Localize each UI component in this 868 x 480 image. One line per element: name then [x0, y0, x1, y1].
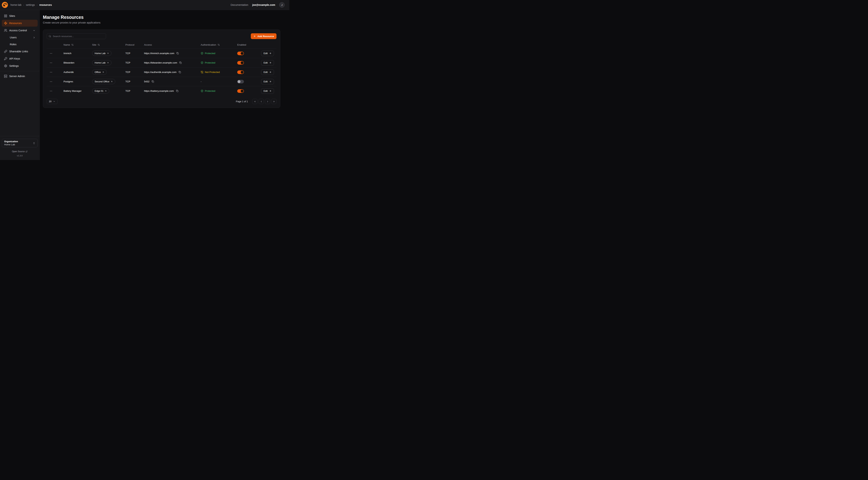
protocol: TCP: [125, 52, 144, 55]
last-page-button[interactable]: [271, 99, 277, 104]
version-label: v1.3.0: [2, 155, 38, 158]
edit-button[interactable]: Edit: [261, 69, 274, 75]
column-header-protocol: Protocol: [125, 43, 144, 46]
access-url: https://battery.example.com: [144, 90, 174, 92]
copy-icon[interactable]: [178, 70, 181, 74]
pangolin-logo-icon[interactable]: [2, 2, 8, 8]
access-url: https://bitwarden.example.com: [144, 61, 177, 64]
row-menu-button[interactable]: [49, 61, 54, 65]
sidebar-footer: Organization Home Lab Open Source v1.3.0: [0, 136, 39, 160]
sidebar-item-settings[interactable]: Settings: [2, 62, 38, 69]
add-resource-button[interactable]: Add Resource: [251, 33, 277, 39]
row-menu-button[interactable]: [49, 80, 54, 84]
table-row: Bitwarden Home Lab TCP https://bitwarden…: [47, 58, 277, 67]
site-link[interactable]: Office: [92, 69, 107, 75]
sidebar-item-label: Server Admin: [9, 75, 25, 78]
auth-status: Protected: [201, 52, 215, 55]
resource-name: Postgres: [63, 80, 92, 83]
user-email[interactable]: joe@example.com: [252, 3, 275, 6]
avatar-initial: J: [281, 4, 283, 6]
sort-icon: [97, 43, 100, 46]
next-page-button[interactable]: [265, 99, 270, 104]
enabled-toggle[interactable]: [237, 52, 244, 55]
sidebar-item-resources[interactable]: Resources: [2, 20, 38, 27]
search-input[interactable]: [47, 33, 106, 39]
column-header-authentication[interactable]: Authentication: [201, 43, 237, 46]
sidebar-item-users[interactable]: Users: [2, 34, 38, 41]
edit-button[interactable]: Edit: [261, 60, 274, 65]
column-header-enabled: Enabled: [237, 43, 257, 46]
sidebar-item-sites[interactable]: Sites: [2, 12, 38, 19]
arrow-up-right-icon: [111, 81, 113, 83]
page-size-select[interactable]: 20: [47, 99, 58, 104]
edit-label: Edit: [264, 71, 268, 73]
row-menu-button[interactable]: [49, 51, 54, 56]
sidebar-divider: [0, 71, 39, 71]
sidebar-item-shareable-links[interactable]: Shareable Links: [2, 48, 38, 55]
sidebar-item-access-control[interactable]: Access Control: [2, 27, 38, 34]
link-icon: [4, 50, 7, 53]
open-source-link[interactable]: Open Source: [2, 150, 38, 153]
arrow-up-right-icon: [107, 62, 109, 64]
enabled-toggle[interactable]: [237, 80, 244, 84]
arrow-right-icon: [269, 90, 272, 92]
open-source-label: Open Source: [12, 150, 25, 153]
edit-button[interactable]: Edit: [261, 88, 274, 94]
site-link[interactable]: Edge 01: [92, 88, 109, 94]
row-menu-button[interactable]: [49, 89, 54, 93]
sidebar-item-label: Access Control: [9, 29, 27, 32]
resources-card: Add Resource Name Site: [43, 30, 280, 108]
auth-label: Protected: [205, 52, 215, 55]
arrow-up-right-icon: [107, 52, 109, 55]
copy-icon[interactable]: [176, 52, 179, 55]
enabled-toggle[interactable]: [237, 61, 244, 65]
server-icon: [4, 74, 7, 78]
access-url: https://authentik.example.com: [144, 71, 177, 73]
column-header-name[interactable]: Name: [63, 43, 92, 46]
edit-button[interactable]: Edit: [261, 79, 274, 84]
sidebar-item-label: Settings: [9, 64, 19, 67]
documentation-link[interactable]: Documentation: [231, 3, 248, 6]
site-link[interactable]: Second Office: [92, 79, 115, 84]
copy-icon[interactable]: [176, 89, 179, 92]
site-link[interactable]: Home Lab: [92, 51, 112, 56]
site-name: Office: [95, 71, 101, 73]
search-icon: [49, 35, 51, 37]
previous-page-button[interactable]: [258, 99, 264, 104]
organization-selector[interactable]: Organization Home Lab: [2, 139, 38, 147]
copy-icon[interactable]: [151, 80, 154, 83]
key-icon: [4, 57, 7, 60]
sidebar-item-roles[interactable]: Roles: [2, 41, 38, 48]
enabled-toggle[interactable]: [237, 70, 244, 74]
copy-icon[interactable]: [179, 61, 182, 64]
shield-check-icon: [201, 90, 204, 92]
edit-label: Edit: [264, 90, 268, 92]
column-header-site[interactable]: Site: [92, 43, 125, 46]
auth-status: Protected: [201, 61, 215, 64]
first-page-button[interactable]: [252, 99, 257, 104]
sidebar-item-server-admin[interactable]: Server Admin: [2, 73, 38, 80]
breadcrumb-org[interactable]: home-lab: [10, 3, 21, 6]
shield-check-icon: [201, 61, 204, 64]
shield-check-icon: [201, 52, 204, 55]
edit-button[interactable]: Edit: [261, 51, 274, 56]
grid-icon: [4, 14, 7, 18]
app-root: home-lab › settings › resources Document…: [0, 0, 289, 160]
sidebar-item-api-keys[interactable]: API Keys: [2, 55, 38, 62]
site-link[interactable]: Home Lab: [92, 60, 112, 65]
topbar: home-lab › settings › resources Document…: [0, 0, 289, 10]
resource-name: Authentik: [63, 71, 92, 73]
enabled-toggle[interactable]: [237, 89, 244, 93]
protocol: TCP: [125, 80, 144, 83]
chevron-down-icon: [33, 29, 35, 32]
breadcrumb: home-lab › settings › resources: [10, 3, 52, 6]
arrow-up-right-icon: [102, 71, 104, 73]
breadcrumb-settings[interactable]: settings: [26, 3, 35, 6]
row-menu-button[interactable]: [49, 70, 54, 74]
page-size-value: 20: [49, 100, 52, 103]
edit-label: Edit: [264, 80, 268, 83]
resource-name: Battery Manager: [63, 90, 92, 92]
avatar[interactable]: J: [279, 2, 285, 8]
edit-label: Edit: [264, 61, 268, 64]
organization-selector-title: Organization: [4, 140, 18, 143]
